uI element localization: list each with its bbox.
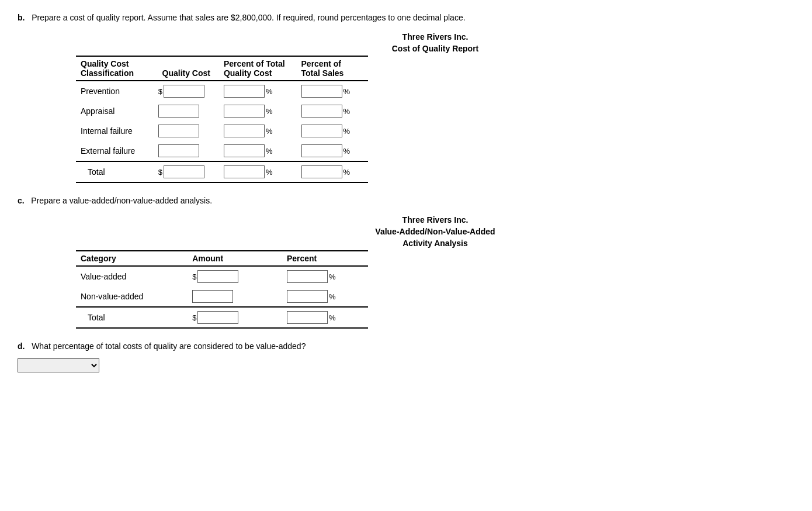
percent-sign: % <box>329 313 336 322</box>
section-b: b. Prepare a cost of quality report. Ass… <box>18 12 794 183</box>
row-value-added-amount: $ <box>188 266 282 286</box>
section-d-dropdown-container <box>18 358 794 372</box>
row-value-added-label: Value-added <box>76 266 188 286</box>
prevention-pct-sales-input[interactable] <box>301 85 342 98</box>
prevention-pct-total-input[interactable] <box>224 85 265 98</box>
row-c-total-amount: $ <box>188 307 282 328</box>
value-added-table: Category Amount Percent Value-added <box>76 250 368 329</box>
internal-failure-pct-total-input[interactable] <box>224 125 265 137</box>
percent-sign: % <box>266 127 273 136</box>
dollar-sign: $ <box>158 87 162 96</box>
row-external-failure-pct-total: % <box>219 141 297 161</box>
row-appraisal-pct-total: % <box>219 101 297 121</box>
percent-sign: % <box>343 168 351 177</box>
row-appraisal-label: Appraisal <box>76 101 154 121</box>
external-failure-pct-sales-input[interactable] <box>301 144 342 157</box>
row-internal-failure-pct-sales: % <box>297 121 368 141</box>
table-row: Appraisal % <box>76 101 368 121</box>
row-non-value-added-amount <box>188 286 282 307</box>
section-c-letter: c. <box>18 196 25 205</box>
col-header-percent-total: Percent of Total Quality Cost <box>219 56 297 81</box>
appraisal-pct-total-input[interactable] <box>224 105 265 118</box>
table-row: External failure % <box>76 141 368 161</box>
percent-sign: % <box>266 107 273 116</box>
row-internal-failure-pct-total: % <box>219 121 297 141</box>
row-prevention-cost: $ <box>154 81 219 101</box>
section-b-label: b. Prepare a cost of quality report. Ass… <box>18 12 794 24</box>
report-c-title1: Three Rivers Inc. <box>76 215 794 225</box>
row-total-label: Total <box>76 161 154 182</box>
section-b-letter: b. <box>18 13 25 22</box>
row-appraisal-pct-sales: % <box>297 101 368 121</box>
col-header-category: Category <box>76 251 188 266</box>
row-internal-failure-cost <box>154 121 219 141</box>
row-non-value-added-pct: % <box>282 286 368 307</box>
section-c: c. Prepare a value-added/non-value-added… <box>18 195 794 329</box>
row-internal-failure-label: Internal failure <box>76 121 154 141</box>
table-row-total: Total $ % <box>76 307 368 328</box>
row-prevention-pct-sales: % <box>297 81 368 101</box>
total-cost-input[interactable] <box>164 165 204 178</box>
row-total-pct-sales: % <box>297 161 368 182</box>
quality-cost-table: Quality Cost Classification Quality Cost… <box>76 56 368 183</box>
non-value-added-amount-input[interactable] <box>192 290 233 303</box>
table-row: Prevention $ % <box>76 81 368 101</box>
value-added-pct-input[interactable] <box>287 270 328 283</box>
section-d-dropdown[interactable] <box>18 358 99 372</box>
row-appraisal-cost <box>154 101 219 121</box>
row-total-pct-total: % <box>219 161 297 182</box>
internal-failure-pct-sales-input[interactable] <box>301 125 342 137</box>
report-c-title3: Activity Analysis <box>76 239 794 248</box>
value-added-amount-input[interactable] <box>197 270 238 283</box>
section-d-letter: d. <box>18 341 25 351</box>
section-c-report: Three Rivers Inc. Value-Added/Non-Value-… <box>76 215 794 329</box>
dollar-sign: $ <box>158 168 162 177</box>
col-header-percent-sales: Percent of Total Sales <box>297 56 368 81</box>
report-b-title2: Cost of Quality Report <box>76 44 794 53</box>
percent-sign: % <box>343 147 351 156</box>
appraisal-pct-sales-input[interactable] <box>301 105 342 118</box>
table-row: Value-added $ % <box>76 266 368 286</box>
row-non-value-added-label: Non-value-added <box>76 286 188 307</box>
non-value-added-pct-input[interactable] <box>287 290 328 303</box>
col-header-classification: Quality Cost Classification <box>76 56 154 81</box>
section-d: d. What percentage of total costs of qua… <box>18 340 794 372</box>
section-c-label: c. Prepare a value-added/non-value-added… <box>18 195 794 207</box>
appraisal-cost-input[interactable] <box>158 105 199 118</box>
col-header-quality-cost: Quality Cost <box>154 56 219 81</box>
col-header-percent: Percent <box>282 251 368 266</box>
table-b-header: Quality Cost Classification Quality Cost… <box>76 56 368 81</box>
table-c-header: Category Amount Percent <box>76 251 368 266</box>
percent-sign: % <box>266 168 273 177</box>
total-pct-total-input[interactable] <box>224 165 265 178</box>
row-prevention-label: Prevention <box>76 81 154 101</box>
dollar-sign: $ <box>192 272 196 281</box>
external-failure-pct-total-input[interactable] <box>224 144 265 157</box>
report-c-title2: Value-Added/Non-Value-Added <box>76 227 794 236</box>
row-c-total-label: Total <box>76 307 188 328</box>
section-b-report: Three Rivers Inc. Cost of Quality Report… <box>76 32 794 183</box>
row-external-failure-cost <box>154 141 219 161</box>
section-d-label: d. What percentage of total costs of qua… <box>18 340 794 353</box>
section-d-description: What percentage of total costs of qualit… <box>32 341 306 351</box>
table-row: Internal failure % <box>76 121 368 141</box>
table-row-total: Total $ % <box>76 161 368 182</box>
row-value-added-pct: % <box>282 266 368 286</box>
total-pct-sales-input[interactable] <box>301 165 342 178</box>
report-b-title1: Three Rivers Inc. <box>76 32 794 42</box>
percent-sign: % <box>266 87 273 96</box>
prevention-cost-input[interactable] <box>164 85 204 98</box>
section-b-description: Prepare a cost of quality report. Assume… <box>32 13 465 22</box>
row-external-failure-label: External failure <box>76 141 154 161</box>
percent-sign: % <box>266 147 273 156</box>
c-total-amount-input[interactable] <box>197 311 238 324</box>
percent-sign: % <box>329 272 336 281</box>
internal-failure-cost-input[interactable] <box>158 125 199 137</box>
col-header-amount: Amount <box>188 251 282 266</box>
external-failure-cost-input[interactable] <box>158 144 199 157</box>
c-total-pct-input[interactable] <box>287 311 328 324</box>
percent-sign: % <box>343 107 351 116</box>
table-row: Non-value-added % <box>76 286 368 307</box>
percent-sign: % <box>343 87 351 96</box>
percent-sign: % <box>329 292 336 301</box>
